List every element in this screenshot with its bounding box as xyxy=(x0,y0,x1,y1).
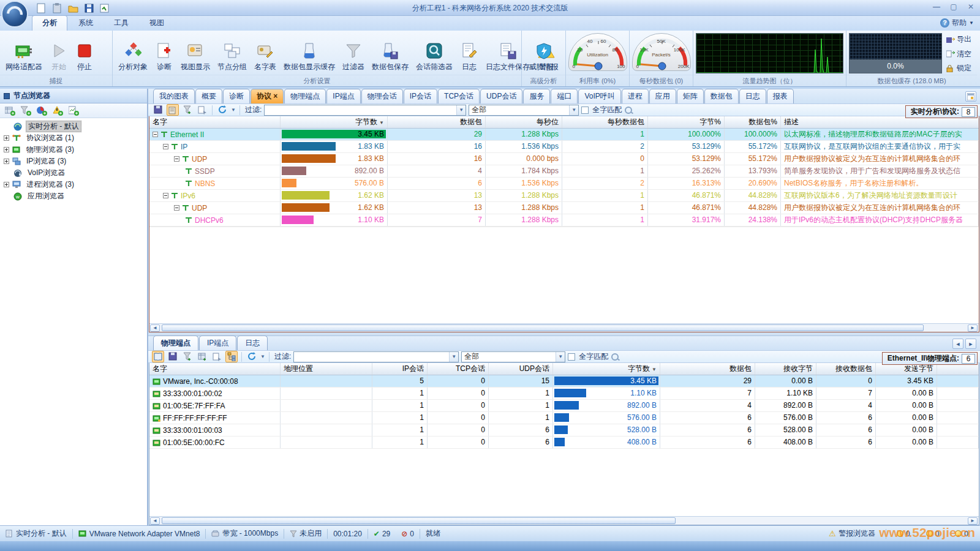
app-logo-icon[interactable] xyxy=(1,1,28,28)
lock-button[interactable]: 锁定 xyxy=(944,62,973,74)
add-report-icon[interactable] xyxy=(69,106,80,116)
scroll-left-icon[interactable]: ◄ xyxy=(150,517,160,525)
session-filter-button[interactable]: 会话筛选器 xyxy=(413,32,456,75)
add-filter-icon[interactable] xyxy=(21,106,32,116)
close-tab-icon[interactable]: × xyxy=(273,92,277,100)
make-filter-icon[interactable] xyxy=(196,104,208,116)
node-group-button[interactable]: 节点分组 xyxy=(214,32,250,75)
expand-toggle[interactable] xyxy=(153,132,158,137)
tree-item-app-browser[interactable]: w 应用浏览器 xyxy=(4,190,147,202)
network-adapter-button[interactable]: 网络适配器 xyxy=(2,32,45,75)
refresh-dropdown-icon[interactable]: ▼ xyxy=(260,354,265,359)
table-row[interactable]: Ethernet II 3.45 KB 29 1.288 Kbps 1 100.… xyxy=(149,129,979,141)
help-button[interactable]: ? 帮助 ▼ xyxy=(940,18,974,28)
col-rx-bytes[interactable]: 接收字节 xyxy=(755,363,816,375)
table-row[interactable]: 33:33:00:01:00:02 1 0 1 1.10 KB 7 1.10 K… xyxy=(149,388,979,400)
analysis-object-button[interactable]: 分析对象 xyxy=(115,32,151,75)
make-filter-icon[interactable] xyxy=(211,351,223,362)
col-pps[interactable]: 每秒数据包 xyxy=(562,116,648,128)
tab-application[interactable]: 应用 xyxy=(649,89,676,103)
tab-scroll-left-icon[interactable]: ◄ xyxy=(952,339,963,349)
filter-input[interactable]: ▼ xyxy=(264,105,466,116)
table-row[interactable]: VMware, Inc.-C0:00:08 5 0 15 3.45 KB 29 … xyxy=(149,375,979,388)
add-table-icon[interactable] xyxy=(196,351,208,362)
expand-toggle[interactable] xyxy=(174,205,179,211)
search-icon[interactable] xyxy=(611,353,619,361)
tab-bottom-ip-endpoint[interactable]: IP端点 xyxy=(199,335,236,350)
tab-bottom-log[interactable]: 日志 xyxy=(237,335,268,350)
tree-item-voip-browser[interactable]: VoIP浏览器 xyxy=(4,167,147,179)
log-button[interactable]: 日志 xyxy=(457,32,481,75)
table-row[interactable]: 01:00:5E:7F:FF:FA 1 0 1 892.00 B 4 892.0… xyxy=(149,400,979,412)
col-name[interactable]: 名字 xyxy=(149,116,281,128)
packet-buffer-button[interactable]: 数据包显示缓存 xyxy=(281,32,338,75)
scrollbar-thumb[interactable] xyxy=(162,517,676,524)
tab-summary[interactable]: 概要 xyxy=(195,89,222,103)
tab-udp-conv[interactable]: UDP会话 xyxy=(480,89,522,103)
table-row[interactable]: IP 1.83 KB 16 1.536 Kbps 2 53.129% 55.17… xyxy=(149,141,979,153)
table-row[interactable]: IPv6 1.62 KB 13 1.288 Kbps 1 46.871% 44.… xyxy=(149,190,979,202)
col-ip-conv[interactable]: IP会话 xyxy=(372,363,428,375)
refresh-dropdown-icon[interactable]: ▼ xyxy=(231,107,236,113)
filter-scope-select[interactable]: 全部▼ xyxy=(469,105,579,116)
tab-diagnosis[interactable]: 诊断 xyxy=(223,89,250,103)
tab-port[interactable]: 端口 xyxy=(551,89,578,103)
stop-button[interactable]: 停止 xyxy=(72,32,97,75)
filter-add-icon[interactable] xyxy=(181,104,194,116)
start-button[interactable]: 开始 xyxy=(47,32,71,75)
col-bps[interactable]: 每秒位 xyxy=(486,116,562,128)
table-row[interactable]: UDP 1.83 KB 16 0.000 bps 0 53.129% 55.17… xyxy=(149,153,979,165)
tree-item-ip-browser[interactable]: IP浏览器 (3) xyxy=(4,156,147,167)
save-table-icon[interactable] xyxy=(167,351,179,362)
table-row[interactable]: 01:00:5E:00:00:FC 1 0 6 408.00 B 6 408.0… xyxy=(149,437,979,449)
filter-scope-select[interactable]: 全部▼ xyxy=(461,351,565,362)
minimize-button[interactable]: — xyxy=(931,2,942,11)
table-row[interactable]: DHCPv6 1.10 KB 7 1.288 Kbps 1 31.917% 24… xyxy=(149,214,979,227)
tab-log[interactable]: 日志 xyxy=(739,89,766,103)
tab-ip-endpoint[interactable]: IP端点 xyxy=(326,89,360,103)
export-table-icon[interactable] xyxy=(167,104,179,116)
table-row[interactable]: SSDP 892.00 B 4 1.784 Kbps 1 25.262% 13.… xyxy=(149,165,979,178)
save-table-icon[interactable] xyxy=(152,104,164,116)
clear-button[interactable]: 清空 xyxy=(944,48,973,60)
tab-packet[interactable]: 数据包 xyxy=(704,89,739,103)
expand-icon[interactable] xyxy=(4,147,9,152)
col-packets[interactable]: 数据包 xyxy=(388,116,486,128)
expand-toggle[interactable] xyxy=(163,193,168,198)
ribbon-tab-view[interactable]: 视图 xyxy=(140,16,174,31)
search-icon[interactable] xyxy=(624,106,633,114)
expand-icon[interactable] xyxy=(4,182,9,187)
filter-button[interactable]: 过滤器 xyxy=(339,32,368,75)
tab-ip-conv[interactable]: IP会话 xyxy=(404,89,437,103)
tab-protocol[interactable]: 协议 × xyxy=(251,89,284,103)
refresh-icon[interactable] xyxy=(246,351,258,362)
export-button[interactable]: 导出 xyxy=(944,34,973,45)
tab-tcp-conv[interactable]: TCP会话 xyxy=(438,89,480,103)
add-node-icon[interactable] xyxy=(5,106,16,116)
diagnosis-button[interactable]: 诊断 xyxy=(152,32,176,75)
col-bytes-pct[interactable]: 字节% xyxy=(648,116,725,128)
ribbon-tab-system[interactable]: 系统 xyxy=(69,16,103,31)
tree-item-process-browser[interactable]: 进程浏览器 (3) xyxy=(4,179,147,190)
tab-my-charts[interactable]: 我的图表 xyxy=(153,89,195,103)
tab-process[interactable]: 进程 xyxy=(622,89,649,103)
ribbon-tab-tools[interactable]: 工具 xyxy=(104,16,138,31)
name-table-button[interactable]: 名字表 xyxy=(251,32,279,75)
col-rx-packets[interactable]: 接收数据包 xyxy=(816,363,876,375)
filter-add-icon[interactable] xyxy=(181,351,194,362)
col-bytes[interactable]: 字节数▼ xyxy=(281,116,388,128)
tab-bottom-physical-endpoint[interactable]: 物理端点 xyxy=(153,335,198,350)
expand-toggle[interactable] xyxy=(174,156,179,162)
col-packets-pct[interactable]: 数据包% xyxy=(725,116,781,128)
packet-save-button[interactable]: 数据包保存 xyxy=(369,32,412,75)
table-row[interactable]: FF:FF:FF:FF:FF:FF 1 0 1 576.00 B 6 576.0… xyxy=(149,412,979,424)
tree-item-physical-browser[interactable]: 物理浏览器 (3) xyxy=(4,144,147,156)
scroll-right-icon[interactable]: ► xyxy=(968,324,978,332)
col-packets[interactable]: 数据包 xyxy=(660,363,755,375)
col-bytes[interactable]: 字节数▼ xyxy=(553,363,660,375)
expand-icon[interactable] xyxy=(4,159,9,164)
tree-item-live-analysis[interactable]: 实时分析 - 默认 xyxy=(4,121,147,132)
scrollbar-thumb[interactable] xyxy=(162,324,924,331)
col-udp-conv[interactable]: UDP会话 xyxy=(489,363,553,375)
expand-toggle[interactable] xyxy=(163,144,168,149)
